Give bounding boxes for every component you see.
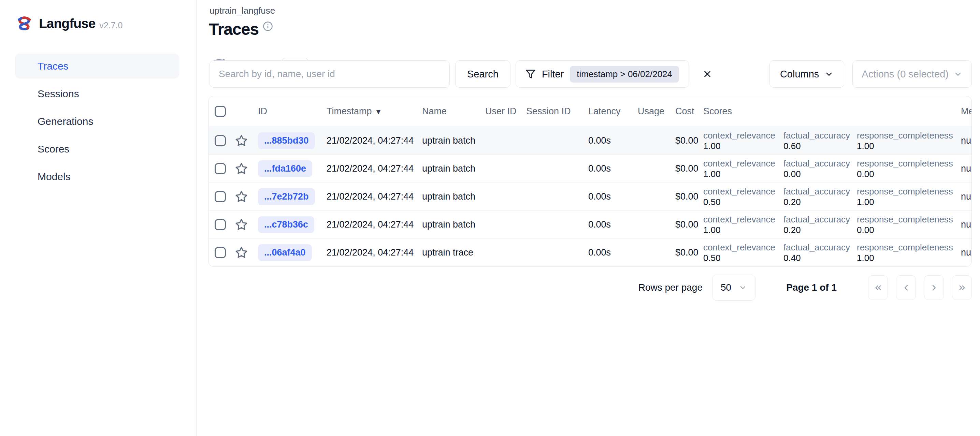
row-checkbox[interactable] [215, 219, 226, 230]
last-page-button[interactable] [952, 275, 972, 300]
star-icon[interactable] [235, 246, 258, 259]
logo[interactable]: Langfuse v2.7.0 [16, 15, 123, 32]
row-checkbox[interactable] [215, 191, 226, 202]
page-title: Traces [209, 20, 259, 38]
star-icon[interactable] [235, 162, 258, 175]
scores-cell: context_relevance1.00factual_accuracy0.6… [703, 130, 961, 151]
chevron-down-icon [739, 283, 747, 292]
column-header-user-id[interactable]: User ID [485, 106, 526, 117]
sidebar-item-label: Sessions [38, 88, 79, 100]
cost-cell: $0.00 [675, 191, 703, 202]
info-icon[interactable] [263, 21, 273, 31]
column-header-latency[interactable]: Latency [588, 106, 638, 117]
cost-cell: $0.00 [675, 164, 703, 174]
chevron-right-icon [929, 283, 939, 292]
main-content: uptrain_langfuse Traces Search Filter ti… [197, 0, 980, 436]
score-context_relevance: context_relevance1.00 [703, 158, 783, 180]
timestamp-cell: 21/02/2024, 04:27:44 [326, 164, 422, 174]
traces-table: ID Timestamp▼ Name User ID Session ID La… [208, 96, 972, 267]
trace-id-link[interactable]: ...06af4a0 [258, 244, 312, 261]
score-response_completeness: response_completeness1.00 [857, 130, 961, 151]
score-factual_accuracy: factual_accuracy0.60 [783, 130, 857, 151]
chevrons-right-icon [958, 283, 967, 292]
column-header-metadata[interactable]: Metadata [961, 106, 972, 117]
table-body: ...885bd30 21/02/2024, 04:27:44 uptrain … [208, 127, 972, 266]
name-cell: uptrain trace [422, 247, 485, 258]
pagination-bar: Rows per page 50 Page 1 of 1 [210, 274, 972, 301]
sidebar-item-traces[interactable]: Traces [0, 52, 196, 80]
score-response_completeness: response_completeness0.00 [857, 158, 961, 180]
pager-buttons [868, 275, 972, 300]
table-row[interactable]: ...885bd30 21/02/2024, 04:27:44 uptrain … [208, 127, 972, 154]
sidebar-item-label: Generations [38, 116, 93, 127]
score-context_relevance: context_relevance0.50 [703, 186, 783, 207]
filter-button-label: Filter [542, 68, 564, 80]
title-row: Traces [209, 20, 273, 38]
score-context_relevance: context_relevance1.00 [703, 130, 783, 151]
breadcrumb-project[interactable]: uptrain_langfuse [210, 5, 275, 16]
sidebar-item-generations[interactable]: Generations [0, 107, 196, 135]
star-icon[interactable] [235, 218, 258, 231]
chevron-left-icon [902, 283, 911, 292]
latency-cell: 0.00s [588, 247, 638, 258]
column-header-id[interactable]: ID [258, 106, 326, 117]
trace-id-link[interactable]: ...c78b36c [258, 216, 314, 233]
cost-cell: $0.00 [675, 220, 703, 230]
columns-button[interactable]: Columns [770, 60, 844, 88]
star-icon[interactable] [235, 190, 258, 203]
row-checkbox[interactable] [215, 247, 226, 258]
next-page-button[interactable] [924, 275, 944, 300]
rows-per-page-select[interactable]: 50 [712, 275, 756, 301]
sidebar-item-label: Scores [38, 143, 69, 155]
app-name: Langfuse [39, 16, 95, 31]
table-row[interactable]: ...06af4a0 21/02/2024, 04:27:44 uptrain … [208, 239, 972, 266]
chevron-down-icon [824, 70, 834, 79]
filter-chip[interactable]: timestamp > 06/02/2024 [570, 66, 679, 83]
score-factual_accuracy: factual_accuracy0.20 [783, 214, 857, 236]
rows-per-page-value: 50 [721, 282, 731, 293]
select-all-checkbox[interactable] [215, 106, 226, 117]
search-input[interactable] [210, 60, 450, 88]
sidebar-sub-group: Traces Sessions Generations Scores Model… [0, 52, 196, 190]
sidebar: Langfuse v2.7.0 Dashboard Tracing Traces… [0, 0, 197, 436]
actions-button[interactable]: Actions (0 selected) [853, 60, 972, 88]
toolbar: Search Filter timestamp > 06/02/2024 Col… [210, 60, 972, 88]
trace-id-link[interactable]: ...885bd30 [258, 132, 315, 149]
column-header-session-id[interactable]: Session ID [526, 106, 588, 117]
row-checkbox[interactable] [215, 135, 226, 146]
chevron-down-icon [953, 70, 963, 79]
filter-button[interactable]: Filter timestamp > 06/02/2024 [515, 60, 689, 88]
metadata-cell: null [961, 191, 972, 202]
table-row[interactable]: ...fda160e 21/02/2024, 04:27:44 uptrain … [208, 154, 972, 183]
timestamp-cell: 21/02/2024, 04:27:44 [326, 220, 422, 230]
sidebar-item-models[interactable]: Models [0, 163, 196, 190]
sidebar-item-label: Traces [38, 60, 68, 72]
sidebar-item-scores[interactable]: Scores [0, 135, 196, 163]
trace-id-link[interactable]: ...7e2b72b [258, 188, 315, 205]
latency-cell: 0.00s [588, 164, 638, 174]
table-row[interactable]: ...c78b36c 21/02/2024, 04:27:44 uptrain … [208, 210, 972, 239]
column-header-scores[interactable]: Scores [703, 106, 961, 117]
sidebar-item-label: Models [38, 171, 71, 183]
sidebar-item-sessions[interactable]: Sessions [0, 80, 196, 107]
app-version: v2.7.0 [99, 21, 123, 30]
trace-id-link[interactable]: ...fda160e [258, 160, 312, 177]
first-page-button[interactable] [868, 275, 888, 300]
score-context_relevance: context_relevance0.50 [703, 242, 783, 263]
search-button[interactable]: Search [455, 60, 511, 88]
row-checkbox[interactable] [215, 163, 226, 174]
clear-filter-button[interactable] [698, 60, 717, 88]
table-row[interactable]: ...7e2b72b 21/02/2024, 04:27:44 uptrain … [208, 183, 972, 210]
column-header-timestamp[interactable]: Timestamp▼ [326, 106, 422, 117]
star-icon[interactable] [235, 134, 258, 147]
prev-page-button[interactable] [896, 275, 916, 300]
scores-cell: context_relevance1.00factual_accuracy0.0… [703, 158, 961, 180]
score-response_completeness: response_completeness0.00 [857, 214, 961, 236]
column-header-name[interactable]: Name [422, 106, 485, 117]
latency-cell: 0.00s [588, 135, 638, 146]
sort-desc-icon: ▼ [375, 108, 382, 116]
column-header-cost[interactable]: Cost [675, 106, 703, 117]
scores-cell: context_relevance1.00factual_accuracy0.2… [703, 214, 961, 236]
column-header-usage[interactable]: Usage [638, 106, 675, 117]
rows-per-page-label: Rows per page [638, 282, 703, 293]
